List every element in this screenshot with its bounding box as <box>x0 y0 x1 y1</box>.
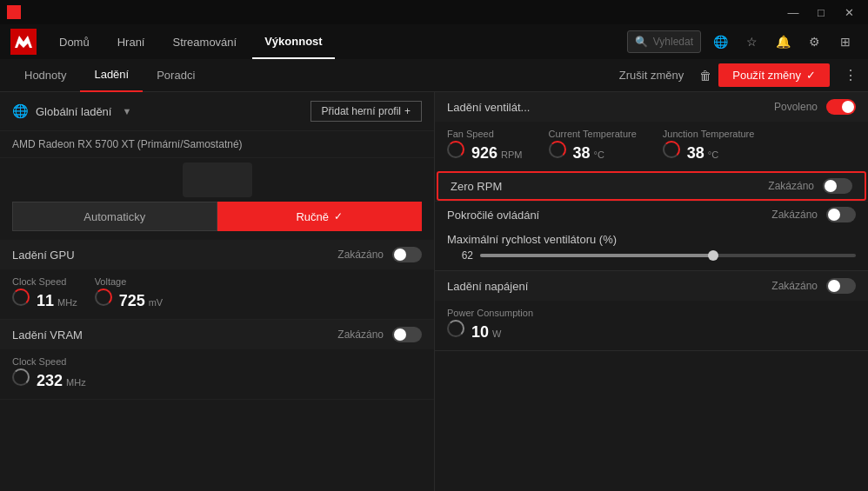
tab-ladeni[interactable]: Ladění <box>80 59 143 92</box>
power-tuning-toggle[interactable] <box>826 278 856 294</box>
current-temp-value-row: 38 °C <box>549 141 637 163</box>
vram-tuning-header: Ladění VRAM Zakázáno <box>0 320 434 349</box>
gpu-tuning-toggle[interactable] <box>392 247 422 262</box>
vram-clock-label: Clock Speed <box>12 356 86 367</box>
fan-speed-label: Fan Speed <box>447 129 523 139</box>
power-unit: W <box>492 328 501 339</box>
fan-speed-gauge <box>447 141 464 158</box>
current-temp-metric: Current Temperature 38 °C <box>549 129 637 163</box>
nav-item-vykonnost[interactable]: Výkonnost <box>252 24 334 59</box>
add-profile-button[interactable]: Přidat herní profil + <box>310 101 422 122</box>
junction-temp-gauge <box>663 141 680 158</box>
maximize-button[interactable]: □ <box>809 0 833 24</box>
fan-speed-slider[interactable] <box>480 254 856 257</box>
search-box[interactable]: 🔍 Vyhledat <box>627 30 701 53</box>
navbar-right: 🔍 Vyhledat 🌐 ☆ 🔔 ⚙ ⊞ <box>627 30 858 54</box>
vram-tuning-status: Zakázáno <box>337 328 384 341</box>
vram-tuning-section: Ladění VRAM Zakázáno Clock Speed 232 MHz <box>0 320 434 400</box>
advanced-toggle[interactable] <box>826 207 856 222</box>
fan-speed-unit: RPM <box>501 149 522 160</box>
navbar: Domů Hraní Streamování Výkonnost 🔍 Vyhle… <box>0 24 868 59</box>
amd-logo <box>10 29 37 55</box>
gpu-clock-speed: Clock Speed 11 MHz <box>12 276 77 310</box>
voltage-label: Voltage <box>95 276 164 287</box>
gpu-tuning-metrics: Clock Speed 11 MHz Voltage 725 mV <box>0 269 434 319</box>
nav-item-domu[interactable]: Domů <box>47 24 102 59</box>
current-temp-unit: °C <box>594 149 604 160</box>
nav-item-hrani[interactable]: Hraní <box>105 24 157 59</box>
slider-label-row: Maximální rychlost ventilátoru (%) <box>447 233 856 246</box>
tabbar: Hodnoty Ladění Poradci Zrušit změny 🗑 Po… <box>0 59 868 92</box>
zero-rpm-label: Zero RPM <box>451 180 502 193</box>
mode-manual-button[interactable]: Ručně ✓ <box>217 202 423 231</box>
favorites-icon[interactable]: ☆ <box>739 30 764 54</box>
gpu-image-area <box>0 158 434 202</box>
advanced-label: Pokročilé ovládání <box>447 209 539 222</box>
vram-clock-gauge <box>12 368 30 386</box>
power-consumption-metric: Power Consumption 10 W <box>447 308 856 342</box>
max-fan-speed-row: Maximální rychlost ventilátoru (%) 62 <box>435 228 868 270</box>
current-temp-label: Current Temperature <box>549 129 637 139</box>
junction-temp-value-row: 38 °C <box>663 141 755 163</box>
zero-rpm-status: Zakázáno <box>768 180 814 192</box>
vram-tuning-toggle[interactable] <box>392 327 422 342</box>
automatic-label: Automaticky <box>83 210 145 223</box>
mode-automatic-button[interactable]: Automaticky <box>12 202 217 231</box>
vram-clock-num: 232 <box>37 372 63 390</box>
titlebar-left <box>7 5 21 19</box>
tab-hodnoty[interactable]: Hodnoty <box>10 59 80 92</box>
manual-label: Ručně <box>296 210 329 223</box>
gpu-image <box>183 163 252 197</box>
gpu-clock-gauge <box>12 289 30 306</box>
voltage-gauge <box>95 289 112 306</box>
grid-icon[interactable]: ⊞ <box>833 30 858 54</box>
more-options-icon[interactable]: ⋮ <box>844 67 858 83</box>
advanced-control-row: Pokročilé ovládání Zakázáno <box>435 201 868 228</box>
power-tuning-status: Zakázáno <box>771 280 818 292</box>
gpu-voltage: Voltage 725 mV <box>95 276 164 310</box>
vram-clock-speed: Clock Speed 232 MHz <box>12 356 86 390</box>
vram-tuning-title: Ladění VRAM <box>12 328 83 342</box>
plus-icon: + <box>404 105 411 117</box>
settings-icon[interactable]: ⚙ <box>802 30 826 54</box>
apply-button[interactable]: Použít změny ✓ <box>718 63 830 87</box>
current-temp-num: 38 <box>573 144 591 163</box>
fan-speed-metric: Fan Speed 926 RPM <box>447 129 523 163</box>
discard-button[interactable]: Zrušit změny <box>611 64 692 86</box>
voltage-num: 725 <box>119 292 145 310</box>
power-value-row: 10 W <box>447 320 856 342</box>
trash-icon[interactable]: 🗑 <box>699 69 711 83</box>
close-button[interactable]: ✕ <box>837 0 861 24</box>
fan-metrics-row: Fan Speed 926 RPM Current Temperature 38… <box>435 122 868 171</box>
zero-rpm-toggle[interactable] <box>823 178 852 194</box>
globe-nav-icon[interactable]: 🌐 <box>708 30 732 54</box>
notifications-icon[interactable]: 🔔 <box>771 30 795 54</box>
slider-fill <box>480 254 713 257</box>
gpu-tuning-status: Zakázáno <box>337 249 384 261</box>
fan-tuning-status: Povoleno <box>774 101 818 113</box>
search-placeholder: Vyhledat <box>653 36 693 48</box>
power-tuning-title: Ladění napájení <box>447 280 528 293</box>
manual-check-icon: ✓ <box>334 210 343 222</box>
fan-tuning-title: Ladění ventilát... <box>447 101 530 114</box>
voltage-value-row: 725 mV <box>95 289 164 310</box>
nav-item-streamovani[interactable]: Streamování <box>160 24 249 59</box>
power-gauge <box>447 320 464 337</box>
fan-tuning-toggle[interactable] <box>826 99 856 115</box>
add-profile-label: Přidat herní profil <box>322 105 401 117</box>
minimize-button[interactable]: — <box>781 0 805 24</box>
power-num: 10 <box>471 323 489 342</box>
global-tuning-row: 🌐 Globální ladění ▼ Přidat herní profil … <box>0 92 434 131</box>
apply-label: Použít změny <box>732 69 801 82</box>
junction-temp-metric: Junction Temperature 38 °C <box>663 129 755 163</box>
fan-speed-value-row: 926 RPM <box>447 141 523 163</box>
power-tuning-header: Ladění napájení Zakázáno <box>435 271 868 301</box>
power-label: Power Consumption <box>447 308 856 318</box>
zero-rpm-row: Zero RPM Zakázáno <box>437 171 866 201</box>
vram-clock-unit: MHz <box>66 377 86 388</box>
checkmark-icon: ✓ <box>806 69 816 82</box>
junction-temp-num: 38 <box>687 144 704 163</box>
fan-tuning-section: Ladění ventilát... Povoleno Fan Speed 92… <box>435 92 868 271</box>
slider-value: 62 <box>447 249 473 262</box>
tab-poradci[interactable]: Poradci <box>143 59 209 92</box>
